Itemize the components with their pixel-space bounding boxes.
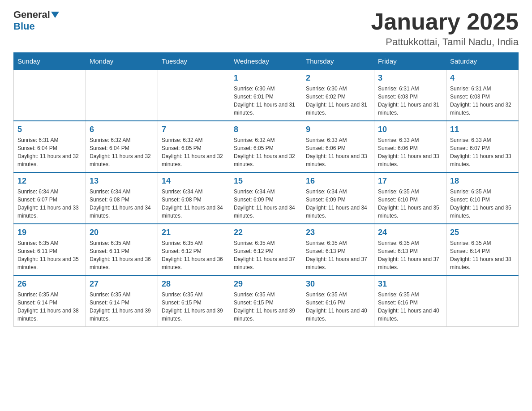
day-info: Sunrise: 6:35 AM Sunset: 6:12 PM Dayligh… [162, 239, 226, 271]
calendar-week-row: 5Sunrise: 6:31 AM Sunset: 6:04 PM Daylig… [14, 121, 519, 172]
day-info: Sunrise: 6:35 AM Sunset: 6:12 PM Dayligh… [234, 239, 298, 271]
calendar-cell: 5Sunrise: 6:31 AM Sunset: 6:04 PM Daylig… [14, 121, 86, 172]
weekday-header-saturday: Saturday [446, 53, 519, 70]
day-info: Sunrise: 6:35 AM Sunset: 6:16 PM Dayligh… [306, 291, 370, 323]
day-info: Sunrise: 6:31 AM Sunset: 6:03 PM Dayligh… [378, 85, 442, 117]
day-number: 20 [90, 228, 154, 237]
calendar-cell: 16Sunrise: 6:34 AM Sunset: 6:09 PM Dayli… [302, 172, 374, 224]
calendar-cell [86, 70, 158, 121]
weekday-header-friday: Friday [374, 53, 446, 70]
day-info: Sunrise: 6:30 AM Sunset: 6:01 PM Dayligh… [234, 85, 298, 117]
calendar-cell: 10Sunrise: 6:33 AM Sunset: 6:06 PM Dayli… [374, 121, 446, 172]
day-number: 6 [90, 125, 154, 134]
day-number: 9 [306, 125, 370, 134]
day-number: 23 [306, 228, 370, 237]
day-number: 5 [17, 125, 82, 134]
day-number: 25 [450, 228, 515, 237]
calendar-cell: 15Sunrise: 6:34 AM Sunset: 6:09 PM Dayli… [230, 172, 302, 224]
calendar-week-row: 1Sunrise: 6:30 AM Sunset: 6:01 PM Daylig… [14, 70, 519, 121]
day-number: 21 [162, 228, 226, 237]
calendar-cell: 8Sunrise: 6:32 AM Sunset: 6:05 PM Daylig… [230, 121, 302, 172]
day-number: 18 [450, 176, 515, 186]
calendar-week-row: 26Sunrise: 6:35 AM Sunset: 6:14 PM Dayli… [14, 275, 519, 327]
day-info: Sunrise: 6:30 AM Sunset: 6:02 PM Dayligh… [306, 85, 370, 117]
calendar-cell: 17Sunrise: 6:35 AM Sunset: 6:10 PM Dayli… [374, 172, 446, 224]
day-number: 30 [306, 279, 370, 289]
day-info: Sunrise: 6:35 AM Sunset: 6:15 PM Dayligh… [234, 291, 298, 323]
calendar-cell: 24Sunrise: 6:35 AM Sunset: 6:13 PM Dayli… [374, 224, 446, 275]
calendar-cell: 7Sunrise: 6:32 AM Sunset: 6:05 PM Daylig… [158, 121, 230, 172]
calendar-cell [446, 275, 519, 327]
weekday-header-row: SundayMondayTuesdayWednesdayThursdayFrid… [14, 53, 519, 70]
calendar-cell [14, 70, 86, 121]
calendar-cell: 20Sunrise: 6:35 AM Sunset: 6:11 PM Dayli… [86, 224, 158, 275]
day-info: Sunrise: 6:32 AM Sunset: 6:05 PM Dayligh… [234, 136, 298, 168]
calendar-subtitle: Pattukkottai, Tamil Nadu, India [371, 36, 519, 48]
calendar-week-row: 19Sunrise: 6:35 AM Sunset: 6:11 PM Dayli… [14, 224, 519, 275]
day-info: Sunrise: 6:32 AM Sunset: 6:04 PM Dayligh… [90, 136, 154, 168]
day-number: 15 [234, 176, 298, 186]
day-info: Sunrise: 6:35 AM Sunset: 6:13 PM Dayligh… [306, 239, 370, 271]
day-number: 10 [378, 125, 442, 134]
day-number: 3 [378, 73, 442, 83]
day-number: 12 [17, 176, 82, 186]
calendar-cell: 23Sunrise: 6:35 AM Sunset: 6:13 PM Dayli… [302, 224, 374, 275]
logo-triangle-icon [51, 12, 59, 18]
calendar-cell: 27Sunrise: 6:35 AM Sunset: 6:14 PM Dayli… [86, 275, 158, 327]
day-info: Sunrise: 6:34 AM Sunset: 6:09 PM Dayligh… [234, 188, 298, 220]
day-info: Sunrise: 6:34 AM Sunset: 6:08 PM Dayligh… [90, 188, 154, 220]
logo-blue: Blue [13, 21, 35, 32]
logo-general: General [13, 9, 50, 21]
day-info: Sunrise: 6:32 AM Sunset: 6:05 PM Dayligh… [162, 136, 226, 168]
day-number: 4 [450, 73, 515, 83]
day-info: Sunrise: 6:33 AM Sunset: 6:06 PM Dayligh… [306, 136, 370, 168]
weekday-header-wednesday: Wednesday [230, 53, 302, 70]
calendar-week-row: 12Sunrise: 6:34 AM Sunset: 6:07 PM Dayli… [14, 172, 519, 224]
day-info: Sunrise: 6:33 AM Sunset: 6:06 PM Dayligh… [378, 136, 442, 168]
calendar-cell: 1Sunrise: 6:30 AM Sunset: 6:01 PM Daylig… [230, 70, 302, 121]
calendar-cell: 6Sunrise: 6:32 AM Sunset: 6:04 PM Daylig… [86, 121, 158, 172]
calendar-cell: 30Sunrise: 6:35 AM Sunset: 6:16 PM Dayli… [302, 275, 374, 327]
calendar-table: SundayMondayTuesdayWednesdayThursdayFrid… [13, 52, 519, 327]
day-number: 13 [90, 176, 154, 186]
calendar-cell: 13Sunrise: 6:34 AM Sunset: 6:08 PM Dayli… [86, 172, 158, 224]
weekday-header-thursday: Thursday [302, 53, 374, 70]
day-number: 22 [234, 228, 298, 237]
calendar-cell: 21Sunrise: 6:35 AM Sunset: 6:12 PM Dayli… [158, 224, 230, 275]
calendar-cell: 11Sunrise: 6:33 AM Sunset: 6:07 PM Dayli… [446, 121, 519, 172]
day-number: 16 [306, 176, 370, 186]
day-number: 7 [162, 125, 226, 134]
day-info: Sunrise: 6:34 AM Sunset: 6:07 PM Dayligh… [17, 188, 82, 220]
calendar-title: January 2025 [371, 9, 519, 34]
day-number: 24 [378, 228, 442, 237]
day-number: 28 [162, 279, 226, 289]
day-number: 2 [306, 73, 370, 83]
calendar-cell: 14Sunrise: 6:34 AM Sunset: 6:08 PM Dayli… [158, 172, 230, 224]
day-info: Sunrise: 6:34 AM Sunset: 6:09 PM Dayligh… [306, 188, 370, 220]
day-info: Sunrise: 6:35 AM Sunset: 6:10 PM Dayligh… [378, 188, 442, 220]
day-number: 29 [234, 279, 298, 289]
day-info: Sunrise: 6:33 AM Sunset: 6:07 PM Dayligh… [450, 136, 515, 168]
day-info: Sunrise: 6:35 AM Sunset: 6:11 PM Dayligh… [90, 239, 154, 271]
calendar-cell: 12Sunrise: 6:34 AM Sunset: 6:07 PM Dayli… [14, 172, 86, 224]
day-info: Sunrise: 6:35 AM Sunset: 6:14 PM Dayligh… [90, 291, 154, 323]
day-info: Sunrise: 6:35 AM Sunset: 6:11 PM Dayligh… [17, 239, 82, 271]
svg-marker-0 [51, 12, 59, 18]
calendar-cell: 25Sunrise: 6:35 AM Sunset: 6:14 PM Dayli… [446, 224, 519, 275]
calendar-cell: 19Sunrise: 6:35 AM Sunset: 6:11 PM Dayli… [14, 224, 86, 275]
day-info: Sunrise: 6:35 AM Sunset: 6:10 PM Dayligh… [450, 188, 515, 220]
weekday-header-monday: Monday [86, 53, 158, 70]
day-number: 11 [450, 125, 515, 134]
calendar-cell: 3Sunrise: 6:31 AM Sunset: 6:03 PM Daylig… [374, 70, 446, 121]
calendar-cell: 18Sunrise: 6:35 AM Sunset: 6:10 PM Dayli… [446, 172, 519, 224]
day-info: Sunrise: 6:35 AM Sunset: 6:16 PM Dayligh… [378, 291, 442, 323]
day-info: Sunrise: 6:35 AM Sunset: 6:13 PM Dayligh… [378, 239, 442, 271]
day-number: 8 [234, 125, 298, 134]
day-number: 26 [17, 279, 82, 289]
weekday-header-tuesday: Tuesday [158, 53, 230, 70]
calendar-cell: 29Sunrise: 6:35 AM Sunset: 6:15 PM Dayli… [230, 275, 302, 327]
calendar-cell: 22Sunrise: 6:35 AM Sunset: 6:12 PM Dayli… [230, 224, 302, 275]
day-number: 19 [17, 228, 82, 237]
title-section: January 2025 Pattukkottai, Tamil Nadu, I… [371, 9, 519, 48]
logo: General Blue [13, 9, 59, 32]
